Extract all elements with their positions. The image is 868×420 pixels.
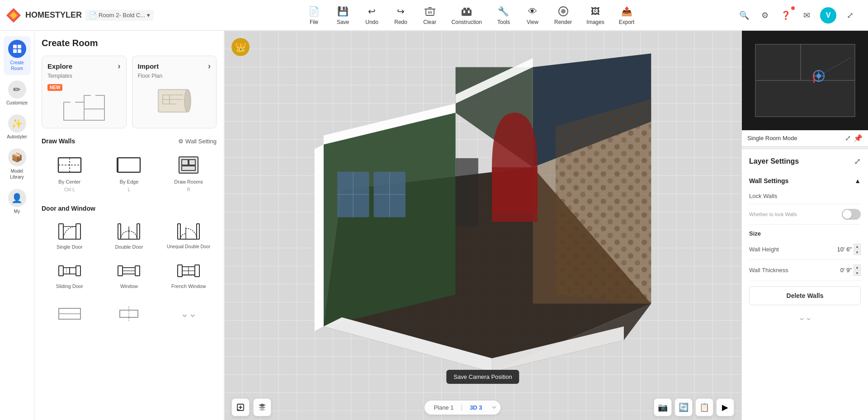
svg-rect-110 xyxy=(813,74,815,83)
sidebar-item-customize[interactable]: ✏ Customize xyxy=(4,77,31,109)
wall-height-up[interactable]: ▲ xyxy=(854,244,861,249)
search-icon[interactable]: 🔍 xyxy=(737,8,751,23)
tab-3d3[interactable]: 3D 3 xyxy=(464,402,487,413)
sidebar-item-autostyler[interactable]: ✨ Autostyler xyxy=(4,111,31,143)
single-room-mode-bar: Single Room Mode ⤢ 📌 xyxy=(742,130,868,146)
draw-by-edge-tool[interactable]: By Edge L xyxy=(101,150,157,196)
add-camera-position-button[interactable] xyxy=(231,398,250,416)
left-icon-bar: CreateRoom ✏ Customize ✨ Autostyler 📦 Mo… xyxy=(0,31,34,420)
wall-thickness-stepper: 0' 9" ▲ ▼ xyxy=(834,264,861,276)
premium-badge[interactable]: 👑 xyxy=(231,38,250,56)
svg-rect-104 xyxy=(801,44,855,80)
logo-icon xyxy=(5,7,22,24)
window-item[interactable]: Window xyxy=(101,257,157,293)
bottom-collapse-icon[interactable]: ⌄⌄ xyxy=(798,312,812,322)
play-button[interactable]: ▶ xyxy=(716,398,734,416)
screenshot-button[interactable]: 📋 xyxy=(695,398,713,416)
wall-thickness-label: Wall Thickness xyxy=(749,267,788,274)
wall-settings-section: Wall Settings ▲ Lock Walls Whether to lo… xyxy=(749,174,861,305)
more-item-2[interactable] xyxy=(101,300,157,327)
project-name[interactable]: 📄 Room 2- Bold C... ▾ xyxy=(85,10,154,21)
expand-layer-settings-icon[interactable]: ⤢ xyxy=(854,156,861,166)
camera-refresh-button[interactable]: 🔄 xyxy=(675,398,693,416)
toolbar-clear-button[interactable]: Clear xyxy=(416,2,443,28)
toolbar-undo-button[interactable]: ↩ Undo xyxy=(359,2,386,28)
svg-rect-50 xyxy=(197,224,199,239)
wall-thickness-up[interactable]: ▲ xyxy=(854,264,861,270)
toolbar-render-button[interactable]: Render xyxy=(548,2,578,28)
sidebar-item-model-library[interactable]: 📦 ModelLibrary xyxy=(4,145,31,184)
svg-rect-11 xyxy=(467,8,470,10)
camera-add-button[interactable]: 📷 xyxy=(654,398,672,416)
svg-marker-96 xyxy=(556,99,651,304)
save-camera-tooltip: Save Camera Position xyxy=(446,370,519,384)
toolbar-save-button[interactable]: 💾 Save xyxy=(330,2,357,28)
more-item-1[interactable] xyxy=(42,300,98,327)
settings-icon[interactable]: ⚙ xyxy=(758,8,772,23)
expand-minimap-button[interactable]: ⤢ xyxy=(845,134,851,142)
tab-plane1[interactable]: Plane 1 xyxy=(428,402,459,413)
toolbar-redo-button[interactable]: ↪ Redo xyxy=(387,2,415,28)
create-room-icon xyxy=(8,40,26,58)
lock-walls-desc: Whether to lock Walls xyxy=(749,212,797,217)
svg-rect-20 xyxy=(64,102,84,120)
svg-rect-62 xyxy=(178,265,182,277)
unequal-double-door-icon xyxy=(176,221,201,241)
sliding-door-item[interactable]: Sliding Door xyxy=(42,257,98,293)
explore-templates-card[interactable]: Explore › Templates NEW xyxy=(42,56,127,128)
svg-marker-74 xyxy=(324,113,456,326)
top-toolbar: HOMESTYLER 📄 Room 2- Bold C... ▾ 📄 File … xyxy=(0,0,868,31)
customize-icon: ✏ xyxy=(8,80,26,99)
draw-rooms-tool[interactable]: Draw Rooms R xyxy=(160,150,217,196)
window-icon xyxy=(117,260,142,281)
wall-settings-section-header[interactable]: Wall Settings ▲ xyxy=(749,174,861,188)
toolbar-images-button[interactable]: 🖼 Images xyxy=(580,2,610,28)
size-label: Size xyxy=(749,225,861,239)
double-door-item[interactable]: Double Door xyxy=(101,217,157,253)
unequal-double-door-item[interactable]: Unequal Double Door xyxy=(160,217,217,253)
wall-height-down[interactable]: ▼ xyxy=(854,250,861,255)
mail-icon[interactable]: ✉ xyxy=(799,8,814,23)
sidebar-item-create-room[interactable]: CreateRoom xyxy=(4,36,31,75)
layer-settings-panel: Layer Settings ⤢ Wall Settings ▲ Lock Wa… xyxy=(742,149,868,420)
toolbar-right: 🔍 ⚙ ❓ ✉ V ⤢ xyxy=(737,7,863,24)
toolbar-tools-button[interactable]: 🔧 Tools xyxy=(490,2,517,28)
view-icon: 👁 xyxy=(526,5,539,18)
toolbar-file-button[interactable]: 📄 File xyxy=(301,2,328,28)
wall-thickness-value: 0' 9" xyxy=(834,267,852,274)
view-tab-arrow xyxy=(491,405,497,410)
canvas-area[interactable]: 👑 Save Camera Position xyxy=(224,31,741,420)
gear-icon: ⚙ xyxy=(178,138,184,145)
draw-by-center-tool[interactable]: By Center Ctrl L xyxy=(42,150,98,196)
toolbar-center: 📄 File 💾 Save ↩ Undo ↪ Redo xyxy=(204,2,737,28)
wall-setting-link[interactable]: ⚙ Wall Setting xyxy=(178,138,217,145)
svg-rect-13 xyxy=(468,10,470,13)
import-card-image xyxy=(138,83,211,114)
sidebar-item-my[interactable]: 👤 My xyxy=(4,185,31,217)
more-item-3[interactable]: ⌄⌄ xyxy=(160,300,217,327)
toolbar-export-button[interactable]: 📤 Export xyxy=(613,2,641,28)
construction-icon xyxy=(460,5,473,18)
right-panel: Single Room Mode ⤢ 📌 Layer Settings ⤢ Wa… xyxy=(741,31,868,420)
help-icon[interactable]: ❓ xyxy=(778,8,793,23)
undo-icon: ↩ xyxy=(366,5,378,18)
delete-walls-button[interactable]: Delete Walls xyxy=(749,286,861,305)
explore-card-image xyxy=(47,91,121,123)
lock-walls-toggle[interactable] xyxy=(842,209,861,220)
wall-height-value: 10' 6" xyxy=(834,246,852,253)
toolbar-view-button[interactable]: 👁 View xyxy=(519,2,546,28)
fullscreen-icon[interactable]: ⤢ xyxy=(843,8,857,23)
avatar[interactable]: V xyxy=(820,7,836,24)
toolbar-construction-button[interactable]: Construction xyxy=(445,2,488,28)
tools-icon: 🔧 xyxy=(497,5,510,18)
wall-thickness-down[interactable]: ▼ xyxy=(854,270,861,276)
layers-button[interactable] xyxy=(253,398,271,416)
french-window-item[interactable]: French Window xyxy=(160,257,217,293)
single-door-item[interactable]: Single Door xyxy=(42,217,98,253)
canvas-bottom-bar: Plane 1 | 3D 3 📷 🔄 📋 ▶ xyxy=(224,395,741,420)
pin-minimap-button[interactable]: 📌 xyxy=(854,134,863,142)
import-floor-plan-card[interactable]: Import › Floor Plan xyxy=(132,56,217,128)
single-door-icon xyxy=(57,221,82,241)
layer-settings-title: Layer Settings xyxy=(749,157,799,165)
sliding-door-icon xyxy=(57,260,82,281)
